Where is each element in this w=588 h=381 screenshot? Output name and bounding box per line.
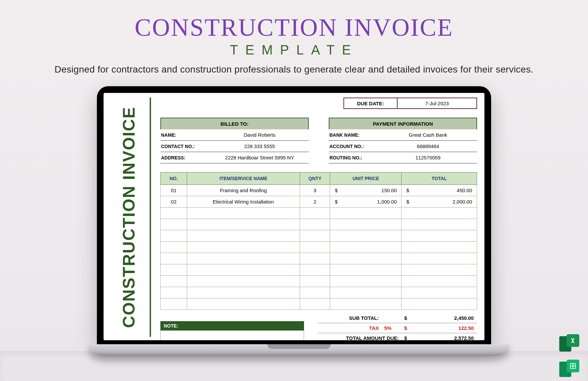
total-due-currency: $ bbox=[404, 335, 418, 340]
payment-info-header: PAYMENT INFORMATION bbox=[329, 118, 477, 129]
item-name: Electrical Wiring Installation bbox=[187, 196, 300, 208]
page-subtitle: TEMPLATE bbox=[0, 42, 588, 57]
due-date-value: 7-Jul-2023 bbox=[397, 98, 477, 109]
table-row bbox=[161, 298, 477, 310]
note-label: NOTE: bbox=[160, 321, 304, 331]
page-title: CONSTRUCTION INVOICE bbox=[0, 13, 588, 42]
invoice-side-label-text: CONSTRUCTION INVOICE bbox=[119, 107, 139, 328]
item-no: 02 bbox=[161, 196, 187, 208]
col-unit: UNIT PRICE bbox=[330, 172, 402, 185]
table-row: 01Framing and Roofing3$150.00$450.00 bbox=[161, 185, 477, 196]
address-value: 2228 Hardboar Street 5995 NY bbox=[210, 152, 309, 163]
laptop-mockup: CONSTRUCTION INVOICE DUE DATE: 7-Jul-202… bbox=[89, 86, 499, 356]
item-name: Framing and Roofing bbox=[187, 185, 300, 196]
google-sheets-icon[interactable] bbox=[559, 353, 579, 372]
item-no: 01 bbox=[161, 185, 187, 196]
laptop-notch bbox=[267, 344, 331, 349]
page-description: Designed for contractors and constructio… bbox=[0, 64, 588, 75]
subtotal-currency: $ bbox=[404, 315, 418, 321]
item-qty: 2 bbox=[300, 196, 330, 208]
table-row bbox=[161, 253, 477, 264]
billed-to-panel: BILLED TO: NAME: David Roberts CONTACT N… bbox=[160, 118, 309, 163]
contact-label: CONTACT NO.: bbox=[160, 141, 210, 152]
table-row bbox=[161, 287, 477, 298]
item-total: $450.00 bbox=[402, 185, 477, 196]
subtotal-label: SUB TOTAL: bbox=[317, 315, 384, 321]
col-no: NO. bbox=[161, 172, 187, 185]
item-unit: $1,000.00 bbox=[330, 196, 402, 208]
table-row bbox=[161, 276, 477, 287]
totals-block: SUB TOTAL: $ 2,450.00 TAX 5% $ 122.50 bbox=[317, 313, 477, 340]
routing-value: 112570059 bbox=[379, 152, 477, 163]
name-value: David Roberts bbox=[210, 129, 309, 140]
col-qty: QNTY bbox=[300, 172, 330, 185]
table-row bbox=[161, 208, 477, 219]
format-icons bbox=[559, 328, 579, 372]
table-row bbox=[161, 242, 477, 253]
item-unit: $150.00 bbox=[330, 185, 402, 196]
laptop-screen: CONSTRUCTION INVOICE DUE DATE: 7-Jul-202… bbox=[104, 93, 484, 340]
bank-label: BANK NAME: bbox=[329, 129, 379, 140]
table-row bbox=[161, 230, 477, 242]
payment-info-panel: PAYMENT INFORMATION BANK NAME: Great Cas… bbox=[329, 118, 477, 163]
tax-label: TAX bbox=[317, 325, 384, 331]
note-body bbox=[160, 331, 304, 340]
laptop-base bbox=[89, 344, 509, 356]
name-label: NAME: bbox=[160, 129, 210, 140]
col-name: ITEM/SERVICE NAME bbox=[187, 172, 300, 185]
excel-icon[interactable] bbox=[559, 328, 579, 347]
bank-value: Great Cash Bank bbox=[379, 129, 477, 140]
item-qty: 3 bbox=[300, 185, 330, 196]
address-label: ADDRESS: bbox=[160, 152, 210, 163]
tax-value: 122.50 bbox=[418, 325, 477, 331]
laptop-bezel: CONSTRUCTION INVOICE DUE DATE: 7-Jul-202… bbox=[97, 86, 491, 344]
due-date-label: DUE DATE: bbox=[343, 98, 397, 109]
account-value: 66889464 bbox=[379, 141, 477, 152]
contact-value: 228 333 5555 bbox=[210, 141, 309, 152]
account-label: ACCOUNT NO.: bbox=[329, 141, 379, 152]
note-box: NOTE: bbox=[160, 321, 304, 340]
tax-pct: 5% bbox=[384, 325, 404, 331]
col-total: TOTAL bbox=[402, 172, 477, 185]
total-due-value: 2,572.50 bbox=[418, 335, 477, 340]
table-row bbox=[161, 219, 477, 230]
invoice-side-label: CONSTRUCTION INVOICE bbox=[111, 98, 151, 337]
page-title-block: CONSTRUCTION INVOICE TEMPLATE bbox=[0, 0, 588, 57]
item-total: $2,000.00 bbox=[402, 196, 477, 208]
billed-to-header: BILLED TO: bbox=[160, 118, 309, 129]
tax-currency: $ bbox=[404, 325, 418, 331]
items-table: NO. ITEM/SERVICE NAME QNTY UNIT PRICE TO… bbox=[160, 172, 477, 310]
total-due-label: TOTAL AMOUNT DUE: bbox=[317, 335, 404, 340]
subtotal-value: 2,450.00 bbox=[418, 315, 477, 321]
table-row: 02Electrical Wiring Installation2$1,000.… bbox=[161, 196, 477, 208]
table-row bbox=[161, 264, 477, 276]
routing-label: ROUTING NO.: bbox=[329, 152, 379, 163]
